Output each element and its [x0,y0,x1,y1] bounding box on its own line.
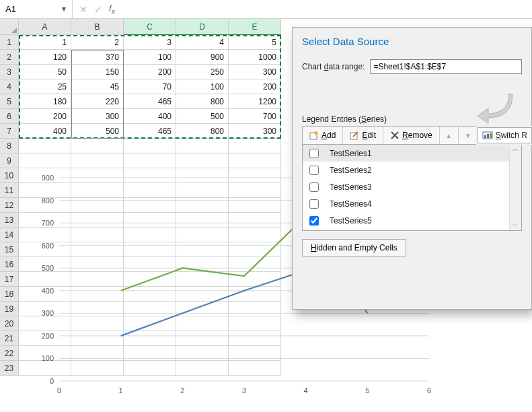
row-header[interactable]: 17 [0,272,19,287]
row-header[interactable]: 11 [0,183,19,198]
row-header[interactable]: 13 [0,213,19,228]
hidden-empty-cells-button[interactable]: Hidden and Empty Cells [302,239,406,256]
cell[interactable] [71,139,124,153]
cell[interactable]: 150 [71,65,124,79]
series-item[interactable]: TestSeries2 [303,162,521,178]
row-header[interactable]: 4 [0,79,19,94]
series-visibility-checkbox[interactable] [309,216,319,226]
row-header[interactable]: 2 [0,50,19,65]
cell[interactable] [176,139,229,153]
row-header[interactable]: 22 [0,346,19,361]
series-item[interactable]: TestSeries4 [303,195,521,212]
row-header[interactable]: 12 [0,198,19,213]
column-header[interactable]: D [176,19,229,35]
cell[interactable]: 1 [19,35,71,50]
cell[interactable]: 45 [71,79,124,94]
series-listbox[interactable]: TestSeries1TestSeries2TestSeries3TestSer… [302,145,522,231]
row-header[interactable]: 14 [0,228,19,242]
cell[interactable] [229,153,281,168]
column-header[interactable]: B [71,19,124,35]
row-header[interactable]: 23 [0,361,19,376]
cell[interactable]: 70 [124,79,176,94]
accept-formula-icon[interactable]: ✓ [94,4,102,15]
row-header[interactable]: 20 [0,316,19,331]
cell[interactable] [71,153,124,168]
select-all-corner[interactable] [0,19,19,35]
cell[interactable]: 500 [71,124,124,139]
cell[interactable]: 120 [19,50,71,65]
cell[interactable] [124,139,176,153]
series-visibility-checkbox[interactable] [309,182,319,192]
row-header[interactable]: 7 [0,124,19,139]
chart-data-range-input[interactable] [370,59,522,74]
cell[interactable]: 5 [229,35,281,50]
cell[interactable]: 200 [229,79,281,94]
cell[interactable]: 1200 [229,94,281,109]
series-visibility-checkbox[interactable] [309,149,319,158]
row-header[interactable]: 18 [0,287,19,302]
name-box-dropdown[interactable]: ▾ [59,4,69,15]
cancel-formula-icon[interactable]: ✕ [79,4,87,15]
row-header[interactable]: 8 [0,139,19,153]
cell[interactable] [19,139,71,153]
series-scrollbar[interactable]: ︿﹀ [509,145,521,230]
cell[interactable]: 400 [124,109,176,124]
row-header[interactable]: 9 [0,153,19,168]
move-up-button[interactable]: ▲ [440,127,459,144]
name-box[interactable] [5,4,52,14]
cell[interactable]: 1000 [229,50,281,65]
fx-icon[interactable]: fx [109,3,115,15]
cell[interactable] [124,153,176,168]
cell[interactable]: 300 [229,124,281,139]
remove-series-button[interactable]: Remove [383,127,440,144]
cell[interactable]: 400 [19,124,71,139]
cell[interactable]: 500 [176,109,229,124]
add-icon [309,131,319,140]
column-header[interactable]: C [124,19,176,35]
cell[interactable]: 3 [124,35,176,50]
series-item[interactable]: TestSeries5 [303,212,521,229]
row-header[interactable]: 10 [0,168,19,183]
cell[interactable] [176,153,229,168]
cell[interactable]: 2 [71,35,124,50]
cell[interactable] [229,139,281,153]
cell[interactable]: 100 [124,50,176,65]
cell[interactable]: 370 [71,50,124,65]
cell[interactable] [19,153,71,168]
cell[interactable]: 220 [71,94,124,109]
cell[interactable]: 900 [176,50,229,65]
cell[interactable]: 200 [19,109,71,124]
column-header[interactable]: A [19,19,71,35]
row-header[interactable]: 21 [0,331,19,346]
edit-series-button[interactable]: Edit [343,127,383,144]
column-header[interactable]: E [229,19,281,35]
cell[interactable]: 300 [71,109,124,124]
row-header[interactable]: 6 [0,109,19,124]
row-header[interactable]: 16 [0,257,19,272]
cell[interactable]: 700 [229,109,281,124]
cell[interactable]: 25 [19,79,71,94]
add-series-button[interactable]: Add [303,127,343,144]
series-visibility-checkbox[interactable] [309,166,319,175]
cell[interactable]: 800 [176,94,229,109]
row-header[interactable]: 1 [0,35,19,50]
row-header[interactable]: 15 [0,242,19,257]
series-visibility-checkbox[interactable] [309,199,319,209]
series-item[interactable]: TestSeries1 [303,145,521,162]
move-down-button[interactable]: ▼ [459,127,478,144]
cell[interactable]: 180 [19,94,71,109]
cell[interactable]: 465 [124,94,176,109]
cell[interactable]: 4 [176,35,229,50]
cell[interactable]: 250 [176,65,229,79]
row-header[interactable]: 3 [0,65,19,79]
row-header[interactable]: 5 [0,94,19,109]
row-header[interactable]: 19 [0,302,19,316]
series-item[interactable]: TestSeries3 [303,178,521,195]
cell[interactable]: 200 [124,65,176,79]
cell[interactable]: 100 [176,79,229,94]
cell[interactable]: 465 [124,124,176,139]
cell[interactable]: 800 [176,124,229,139]
cell[interactable]: 50 [19,65,71,79]
cell[interactable]: 300 [229,65,281,79]
switch-row-column-button[interactable]: SSwitch Rwitch R [478,127,532,143]
